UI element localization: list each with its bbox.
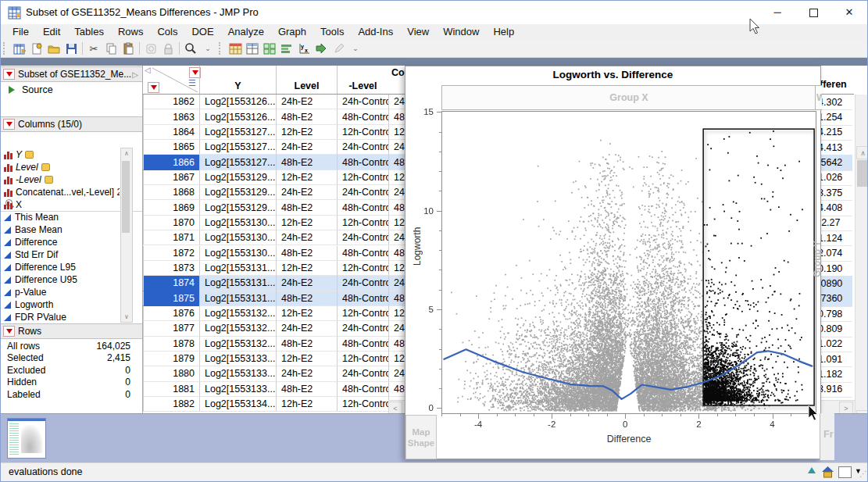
column-list-item[interactable]: FDR PValue: [1, 311, 120, 322]
cell-n[interactable]: 1879: [143, 352, 199, 366]
sort-list-icon[interactable]: ☰: [188, 78, 196, 88]
wrap-drop-zone-fragment[interactable]: Wr: [815, 85, 822, 110]
column-list-item[interactable]: Difference L95: [1, 261, 120, 273]
plot-area[interactable]: [441, 111, 816, 414]
menu-item-window[interactable]: Window: [436, 24, 486, 40]
vertical-scrollbar[interactable]: ∧ ∨: [855, 95, 868, 413]
scroll-up-icon[interactable]: ∧: [121, 148, 132, 159]
overflow-icon[interactable]: ⌄: [200, 41, 216, 55]
open-folder-icon[interactable]: [46, 41, 62, 55]
scrollbar-thumb[interactable]: [122, 161, 130, 233]
maximize-button[interactable]: [795, 1, 831, 24]
red-triangle-icon[interactable]: [3, 69, 15, 80]
column-list-item[interactable]: Y: [1, 148, 120, 161]
menu-item-tools[interactable]: Tools: [313, 24, 351, 40]
column-list-item[interactable]: Level: [1, 161, 120, 173]
cell-n[interactable]: 1864: [143, 125, 199, 140]
red-triangle-icon[interactable]: [3, 326, 15, 337]
columns-list-scrollbar[interactable]: ∧ ∨: [120, 148, 133, 323]
new-script-icon[interactable]: [29, 41, 45, 55]
up-arrow-icon[interactable]: [808, 467, 816, 473]
scrollbar-thumb[interactable]: [857, 160, 867, 187]
volcano-scatter-canvas[interactable]: [442, 112, 816, 413]
menu-item-help[interactable]: Help: [486, 24, 521, 40]
rows-red-triangle-icon[interactable]: [148, 82, 159, 93]
menu-item-tables[interactable]: Tables: [67, 24, 111, 40]
cell-n[interactable]: 1878: [143, 337, 199, 352]
menu-item-edit[interactable]: Edit: [36, 24, 67, 40]
new-data-table-icon[interactable]: [12, 41, 27, 55]
column-header-neg-level[interactable]: -Level: [337, 66, 388, 94]
cell-n[interactable]: 1863: [143, 109, 199, 124]
column-list-item[interactable]: Logworth: [1, 298, 120, 311]
cell-n[interactable]: 1882: [143, 397, 199, 412]
cell-n[interactable]: 1874: [143, 276, 199, 291]
join-icon[interactable]: [313, 41, 329, 55]
menu-item-graph[interactable]: Graph: [271, 24, 313, 40]
cell-n[interactable]: 1873: [143, 261, 199, 276]
cell-n[interactable]: 1867: [143, 170, 199, 185]
edit-disabled-icon[interactable]: [330, 41, 346, 55]
collapse-chevron-icon[interactable]: ▷: [132, 70, 138, 79]
menu-item-analyze[interactable]: Analyze: [221, 24, 271, 40]
marker-swatch-button[interactable]: [838, 466, 852, 478]
refresh-disabled-icon[interactable]: [143, 41, 159, 55]
group-x-drop-zone[interactable]: Group X: [441, 85, 816, 110]
close-button[interactable]: ✕: [831, 1, 867, 24]
cell-n[interactable]: 1876: [143, 306, 199, 321]
menu-item-file[interactable]: File: [5, 24, 36, 40]
column-list-item[interactable]: Difference: [1, 236, 120, 248]
tile-windows-icon[interactable]: [262, 41, 277, 55]
column-header-y[interactable]: Y: [199, 66, 276, 94]
summary-icon[interactable]: [245, 41, 260, 55]
menu-item-cols[interactable]: Cols: [150, 24, 184, 40]
panel-collapse-left-icon[interactable]: ◁: [145, 66, 151, 74]
home-icon[interactable]: [821, 466, 834, 478]
column-list-item[interactable]: Concatenat...vel,-Level] 2=: [1, 186, 120, 198]
yx-plot-icon[interactable]: yx: [296, 41, 312, 55]
minimize-button[interactable]: ─: [759, 1, 795, 24]
column-list-item[interactable]: Difference U95: [1, 273, 120, 286]
group-y-drop-zone-fragment[interactable]: Group Y: [812, 202, 824, 277]
map-shape-drop-zone[interactable]: Map Shape: [405, 415, 437, 459]
menu-item-addins[interactable]: Add-Ins: [351, 24, 400, 40]
cell-n[interactable]: 1866: [143, 155, 199, 170]
cell-n[interactable]: 1868: [143, 185, 199, 200]
cell-n[interactable]: 1869: [143, 200, 199, 215]
column-list-item[interactable]: X: [1, 198, 120, 211]
zoom-icon[interactable]: [183, 41, 198, 55]
column-header-level[interactable]: Level: [276, 66, 337, 94]
column-list-item[interactable]: Base Mean: [1, 223, 120, 236]
rows-panel-header[interactable]: Rows: [1, 323, 142, 339]
cell-n[interactable]: 1877: [143, 321, 199, 336]
data-table-icon[interactable]: [227, 41, 243, 55]
save-icon[interactable]: [63, 41, 79, 55]
sidebar-item-source[interactable]: Source: [1, 83, 141, 96]
column-header-difference-fragment[interactable]: fferen: [820, 79, 847, 90]
column-list-item[interactable]: This Mean: [1, 211, 120, 223]
scroll-up-icon[interactable]: ∧: [856, 146, 868, 159]
cell-n[interactable]: 1870: [143, 216, 199, 230]
cell-n[interactable]: 1875: [143, 291, 199, 306]
menu-item-rows[interactable]: Rows: [111, 24, 151, 40]
graph-bars-icon[interactable]: [279, 41, 295, 55]
cell-n[interactable]: 1871: [143, 230, 199, 245]
menu-item-view[interactable]: View: [400, 24, 436, 40]
red-triangle-icon[interactable]: [3, 119, 15, 130]
column-list-item[interactable]: Std Err Dif: [1, 248, 120, 261]
cut-icon[interactable]: ✂: [86, 41, 102, 55]
menu-item-doe[interactable]: DOE: [184, 24, 220, 40]
copy-icon[interactable]: [103, 41, 119, 55]
column-list-item[interactable]: p-Value: [1, 286, 120, 298]
scroll-down-icon[interactable]: ∨: [121, 312, 132, 322]
overflow-icon[interactable]: ⌄: [348, 41, 363, 55]
cell-n[interactable]: 1872: [143, 246, 199, 261]
columns-panel-header[interactable]: Columns (15/0): [1, 116, 142, 132]
resize-grip[interactable]: ⋰: [859, 470, 867, 478]
cell-n[interactable]: 1881: [143, 382, 199, 397]
table-panel-header[interactable]: Subset of GSE11352_Me... ▷: [1, 66, 142, 82]
cell-n[interactable]: 1865: [143, 140, 199, 155]
cell-n[interactable]: 1880: [143, 366, 199, 381]
table-window-thumbnail[interactable]: [7, 418, 46, 459]
paste-icon[interactable]: [120, 41, 136, 55]
